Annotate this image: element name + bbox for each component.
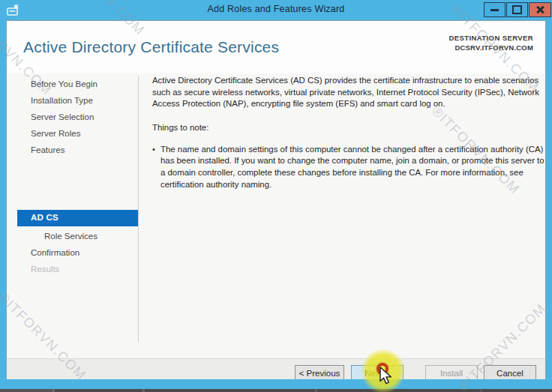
wizard-steps-sidebar: Before You Begin Installation Type Serve… <box>7 73 138 358</box>
sidebar-item-role-services[interactable]: Role Services <box>44 232 98 241</box>
minimize-button[interactable] <box>484 2 506 17</box>
window-bottom-border <box>0 379 552 389</box>
next-button[interactable]: Next > <box>351 365 404 381</box>
page-content: Active Directory Certificate Services (A… <box>152 73 547 190</box>
wizard-footer: < Previous Next > Install Cancel <box>7 358 545 381</box>
sidebar-item-installation-type[interactable]: Installation Type <box>31 96 93 105</box>
destination-server-block: DESTINATION SERVER DCSRV.ITFORVN.COM <box>449 34 533 52</box>
destination-label: DESTINATION SERVER <box>449 34 533 42</box>
intro-paragraph: Active Directory Certificate Services (A… <box>152 75 547 110</box>
previous-button[interactable]: < Previous <box>295 365 344 381</box>
sidebar-item-before-you-begin[interactable]: Before You Begin <box>31 79 98 88</box>
close-button[interactable] <box>529 2 551 17</box>
sidebar-item-ad-cs[interactable]: AD CS <box>17 210 138 226</box>
page-title: Active Directory Certificate Services <box>23 38 279 56</box>
install-button: Install <box>425 365 478 381</box>
wizard-window: Add Roles and Features Wizard Active Dir… <box>0 0 552 392</box>
wizard-dialog: Active Directory Certificate Services DE… <box>6 20 546 379</box>
maximize-icon <box>512 5 522 14</box>
header-band: Active Directory Certificate Services DE… <box>7 21 545 73</box>
background-strip <box>0 389 552 392</box>
sidebar-item-server-roles[interactable]: Server Roles <box>31 129 80 138</box>
window-title: Add Roles and Features Wizard <box>0 4 552 14</box>
sidebar-item-server-selection[interactable]: Server Selection <box>31 112 94 121</box>
title-bar: Add Roles and Features Wizard <box>0 0 552 20</box>
minimize-icon <box>490 9 499 11</box>
sidebar-item-confirmation[interactable]: Confirmation <box>31 248 80 257</box>
maximize-button[interactable] <box>506 2 528 17</box>
bullet-marker-icon: • <box>152 144 160 190</box>
things-to-note-heading: Things to note: <box>152 123 547 132</box>
sidebar-item-features[interactable]: Features <box>31 145 64 154</box>
close-icon <box>536 5 544 14</box>
sidebar-item-ad-cs-label: AD CS <box>31 213 58 222</box>
cancel-button[interactable]: Cancel <box>484 365 536 381</box>
sidebar-divider <box>138 76 139 342</box>
sidebar-item-results: Results <box>31 265 59 274</box>
destination-server-name: DCSRV.ITFORVN.COM <box>449 43 533 52</box>
note-bullet-item: • The name and domain settings of this c… <box>152 144 547 190</box>
note-bullet-text: The name and domain settings of this com… <box>160 144 547 190</box>
